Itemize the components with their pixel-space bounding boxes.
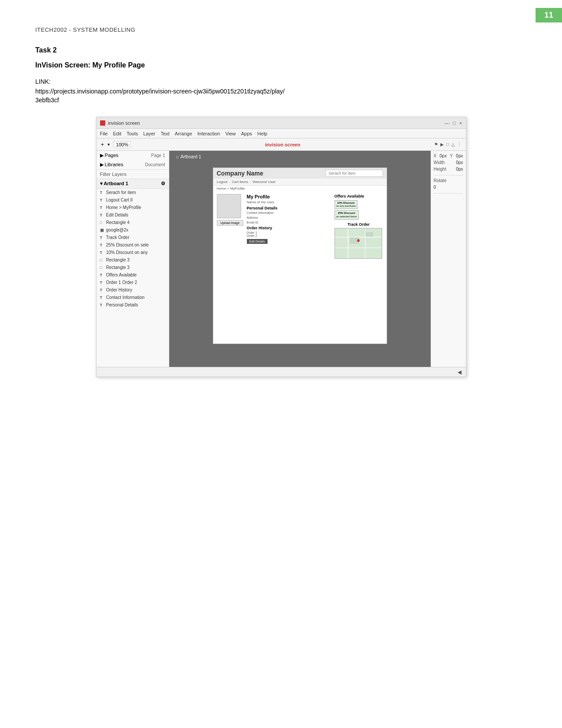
svg-rect-7 — [366, 233, 372, 236]
layer-rectangle3a[interactable]: □ Rectangle 3 — [97, 256, 169, 264]
layer-name: 10% Discount on any — [106, 250, 148, 255]
layer-name: Order 1 Order 2 — [106, 280, 138, 285]
text-icon: T — [100, 250, 104, 255]
layer-name: Track Order — [106, 235, 130, 240]
play-icon[interactable]: ▶ — [440, 142, 444, 147]
artboard-arrow: ▾ Artboard 1 — [100, 181, 128, 187]
layer-edit-details[interactable]: T Edit Details — [97, 211, 169, 219]
height-value[interactable]: 0px — [456, 167, 463, 172]
mockup-profile-info: My Profile Name of the User Personal Det… — [247, 194, 331, 259]
toolbar-title: invision screen — [134, 142, 431, 147]
flag-icon[interactable]: ⚑ — [434, 142, 438, 147]
menu-file[interactable]: File — [100, 131, 108, 136]
app-body: ▶ Pages Page 1 ▶ Libraries Document Filt… — [97, 151, 466, 367]
close-button[interactable]: × — [459, 120, 462, 126]
layer-home-myprofile[interactable]: T Home > MyProfile — [97, 204, 169, 211]
layer-search-for-item[interactable]: T Serach for item — [97, 189, 169, 196]
mockup-header: Company Name — [213, 168, 387, 179]
maximize-button[interactable]: □ — [453, 120, 456, 126]
menu-view[interactable]: View — [225, 131, 236, 136]
right-panel: X 0px Y 0px Width 0px Height 0px — [431, 151, 466, 367]
window-controls[interactable]: — □ × — [444, 120, 462, 126]
mockup-avatar-section: Upload Image — [217, 194, 243, 259]
left-sidebar: ▶ Pages Page 1 ▶ Libraries Document Filt… — [97, 151, 169, 367]
avatar-placeholder — [217, 194, 241, 218]
layer-rectangle3b[interactable]: □ Rectangle 3 — [97, 264, 169, 271]
layer-name: Logout Cart II — [106, 198, 133, 202]
width-value[interactable]: 0px — [456, 160, 463, 165]
x-value[interactable]: 0px — [439, 153, 447, 158]
more-icon[interactable]: ⋮ — [457, 142, 462, 147]
x-label: X — [434, 153, 437, 158]
text-icon: T — [100, 288, 104, 292]
mockup-search-input[interactable] — [326, 170, 383, 177]
layer-orders[interactable]: T Order 1 Order 2 — [97, 279, 169, 286]
frame-icon[interactable]: □ — [446, 142, 449, 147]
layer-offers-available[interactable]: T Offers Available — [97, 271, 169, 279]
menu-text[interactable]: Text — [160, 131, 169, 136]
upload-icon[interactable]: △ — [451, 142, 455, 147]
artboard-settings-icon[interactable]: ⚙ — [161, 181, 165, 187]
minimize-button[interactable]: — — [444, 120, 449, 126]
sidebar-pages[interactable]: ▶ Pages Page 1 — [97, 151, 169, 160]
layer-track-order[interactable]: T Track Order — [97, 234, 169, 241]
artboard-header[interactable]: ▾ Artboard 1 ⚙ — [97, 179, 169, 189]
layers-list: T Serach for item T Logout Cart II T Hom… — [97, 189, 169, 367]
menu-apps[interactable]: Apps — [241, 131, 252, 136]
upload-image-button[interactable]: Upload Image — [217, 220, 243, 226]
nav-cart[interactable]: Cart Items — [232, 180, 248, 184]
menu-bar: File Edit Tools Layer Text Arrange Inter… — [97, 129, 466, 138]
sidebar-libraries[interactable]: ▶ Libraries Document — [97, 160, 169, 169]
link-url[interactable]: https://projects.invisionapp.com/prototy… — [35, 88, 527, 95]
offer-25-discount: 25% Discounton selected Items — [335, 210, 359, 219]
rect-icon: □ — [100, 265, 104, 270]
text-icon: T — [100, 243, 104, 247]
layer-10-discount[interactable]: T 10% Discount on any — [97, 249, 169, 256]
y-value[interactable]: 0px — [456, 153, 463, 158]
offers-badges: 10% Discounton any purchase 25% Discount… — [335, 200, 383, 220]
layer-rectangle4[interactable]: □ Rectangle 4 — [97, 219, 169, 226]
menu-edit[interactable]: Edit — [113, 131, 121, 136]
layer-logout-cart[interactable]: T Logout Cart II — [97, 196, 169, 204]
menu-help[interactable]: Help — [257, 131, 268, 136]
toolbar-icons: ⚑ ▶ □ △ ⋮ — [434, 142, 461, 147]
address-label: Address — [247, 216, 331, 219]
orders-list: Order 1Order 2 — [247, 231, 331, 237]
menu-arrange[interactable]: Arrange — [175, 131, 192, 136]
layer-name: Order History — [106, 287, 132, 292]
send-icon[interactable]: ◀ — [458, 369, 462, 375]
offer-10-discount: 10% Discounton any purchase — [335, 200, 357, 209]
layer-contact-info[interactable]: T Contact Information — [97, 294, 169, 301]
mockup-screen: Company Name Logout | Cart Items | Welco… — [213, 168, 387, 344]
nav-logout[interactable]: Logout — [217, 180, 227, 184]
rotate-value[interactable]: 0 — [434, 185, 436, 190]
layer-name: 25% Discount on sele — [106, 243, 149, 247]
mockup-nav: Logout | Cart Items | Welcome User — [213, 179, 387, 186]
artboard-canvas-label: ⌂ Artboard 1 — [176, 154, 201, 159]
order-history-title: Order History — [247, 226, 331, 230]
company-name: Company Name — [217, 170, 264, 177]
app-window: invision screen — □ × File Edit Tools La… — [96, 117, 466, 377]
layer-order-history[interactable]: T Order History — [97, 286, 169, 294]
menu-tools[interactable]: Tools — [127, 131, 138, 136]
filter-layers[interactable]: Filter Layers — [97, 170, 169, 179]
page-number: 11 — [536, 8, 562, 22]
layer-25-discount[interactable]: T 25% Discount on sele — [97, 241, 169, 249]
layer-personal-details[interactable]: T Personal Details — [97, 301, 169, 309]
link-label: LINK: — [35, 78, 527, 85]
text-icon: T — [100, 198, 104, 202]
zoom-control[interactable]: 100% — [113, 141, 131, 148]
text-icon: T — [100, 273, 104, 277]
menu-interaction[interactable]: Interaction — [197, 131, 220, 136]
section-title: InVision Screen: My Profile Page — [35, 61, 527, 69]
layer-google[interactable]: ▣ google@2x — [97, 226, 169, 234]
svg-point-8 — [357, 239, 360, 242]
map-placeholder — [335, 228, 382, 259]
add-button[interactable]: + — [101, 141, 104, 148]
canvas-area: ⌂ Artboard 1 Company Name Logout | Cart … — [169, 151, 431, 367]
text-icon: T — [100, 303, 104, 307]
menu-layer[interactable]: Layer — [143, 131, 156, 136]
text-icon: T — [100, 213, 104, 217]
toolbar: + ▾ 100% invision screen ⚑ ▶ □ △ ⋮ — [97, 138, 466, 151]
edit-details-button[interactable]: Edit Details — [247, 239, 268, 244]
